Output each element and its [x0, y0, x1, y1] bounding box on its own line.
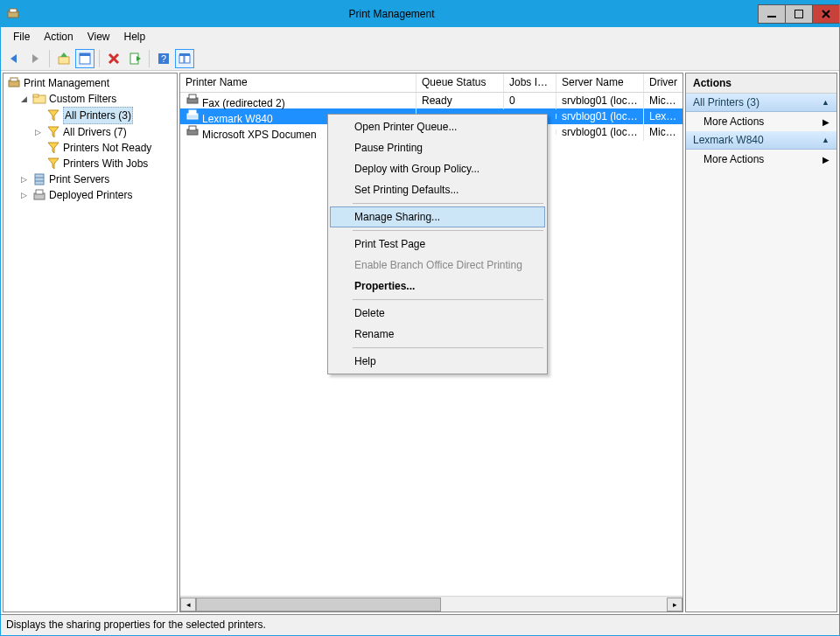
menu-separator	[353, 203, 543, 204]
menu-set-defaults[interactable]: Set Printing Defaults...	[330, 179, 545, 200]
statusbar: Displays the sharing properties for the …	[1, 614, 839, 635]
menu-print-test-page[interactable]: Print Test Page	[330, 234, 545, 255]
menu-separator	[353, 230, 543, 231]
tree-printers-with-jobs[interactable]: Printers With Jobs	[33, 156, 177, 171]
svg-rect-33	[36, 190, 43, 194]
filter-icon	[46, 125, 60, 139]
tree-printers-not-ready[interactable]: Printers Not Ready	[33, 140, 177, 156]
actions-more-label: More Actions	[704, 115, 764, 128]
tree-all-drivers[interactable]: ▷ All Drivers (7)	[33, 124, 177, 140]
show-hide-button[interactable]	[175, 49, 194, 68]
printer-icon	[186, 124, 200, 138]
toolbar: ?	[1, 46, 839, 71]
grid-header: Printer Name Queue Status Jobs In ... Se…	[180, 73, 682, 93]
menu-open-queue[interactable]: Open Printer Queue...	[330, 116, 545, 137]
print-management-icon	[7, 76, 21, 90]
menu-help[interactable]: Help	[330, 351, 545, 372]
menu-action[interactable]: Action	[37, 29, 80, 45]
minimize-button[interactable]	[758, 4, 786, 24]
column-server-name[interactable]: Server Name	[556, 73, 644, 92]
menu-pause-printing[interactable]: Pause Printing	[330, 137, 545, 158]
refresh-button[interactable]	[125, 49, 144, 68]
svg-marker-9	[60, 52, 67, 57]
scroll-track[interactable]	[196, 598, 667, 612]
horizontal-scrollbar[interactable]: ◂ ▸	[180, 596, 682, 612]
tree-pane[interactable]: Print Management ◢ Custom Filters	[3, 73, 178, 612]
svg-rect-29	[35, 174, 44, 185]
menu-view[interactable]: View	[80, 29, 117, 45]
close-button[interactable]	[812, 4, 840, 24]
up-button[interactable]	[54, 49, 74, 68]
svg-rect-18	[179, 55, 184, 63]
menubar: File Action View Help	[1, 27, 839, 46]
menu-file[interactable]: File	[6, 29, 37, 45]
tree-root[interactable]: Print Management	[5, 75, 177, 91]
tree-deployed-printers-label: Deployed Printers	[49, 187, 132, 203]
tree-printers-not-ready-label: Printers Not Ready	[63, 140, 151, 156]
forward-button[interactable]	[25, 49, 45, 68]
menu-help[interactable]: Help	[117, 29, 153, 45]
tree-root-label: Print Management	[24, 75, 109, 91]
menu-delete[interactable]: Delete	[330, 303, 545, 324]
submenu-icon: ▶	[822, 117, 830, 127]
cell-jobs: 0	[504, 93, 556, 109]
svg-rect-37	[189, 110, 196, 115]
menu-properties[interactable]: Properties...	[330, 276, 545, 297]
actions-section-printer[interactable]: Lexmark W840 ▲	[686, 131, 836, 150]
cell-driver: Micros	[644, 123, 682, 141]
menu-rename[interactable]: Rename	[330, 324, 545, 345]
properties-button[interactable]	[75, 49, 94, 68]
menu-manage-sharing[interactable]: Manage Sharing...	[330, 206, 545, 227]
svg-rect-22	[10, 78, 18, 81]
svg-marker-26	[48, 127, 59, 137]
svg-rect-35	[189, 94, 196, 99]
printer-icon	[186, 93, 200, 107]
menu-separator	[353, 299, 543, 300]
folder-icon	[32, 92, 46, 106]
back-button[interactable]	[4, 49, 24, 68]
maximize-button[interactable]	[785, 4, 813, 24]
cell-server: srvblog01 (local)	[556, 123, 644, 141]
tree-printers-with-jobs-label: Printers With Jobs	[63, 156, 148, 171]
svg-rect-1	[10, 9, 17, 12]
expand-icon[interactable]: ▷	[35, 124, 44, 140]
svg-rect-19	[185, 55, 190, 63]
tree-print-servers-label: Print Servers	[49, 171, 109, 187]
actions-more-1[interactable]: More Actions ▶	[686, 112, 836, 131]
menu-deploy-group-policy[interactable]: Deploy with Group Policy...	[330, 158, 545, 179]
collapse-icon[interactable]: ◢	[21, 91, 30, 107]
expand-icon[interactable]: ▷	[21, 171, 30, 187]
scroll-thumb[interactable]	[196, 598, 441, 612]
menu-separator	[353, 347, 543, 348]
cell-driver: Lexma	[644, 108, 682, 125]
titlebar: Print Management	[1, 1, 839, 27]
expand-icon[interactable]: ▷	[21, 187, 30, 203]
column-driver[interactable]: Driver	[644, 73, 682, 92]
filter-icon	[46, 108, 60, 122]
tree-all-printers[interactable]: All Printers (3)	[33, 107, 177, 124]
delete-button[interactable]	[104, 49, 123, 68]
column-printer-name[interactable]: Printer Name	[180, 73, 416, 92]
column-queue-status[interactable]: Queue Status	[416, 73, 504, 92]
tree-custom-filters[interactable]: ◢ Custom Filters	[19, 91, 177, 107]
deployed-printers-icon	[32, 188, 46, 202]
scroll-right-button[interactable]: ▸	[667, 598, 682, 612]
svg-rect-20	[179, 53, 190, 56]
actions-section-all-printers[interactable]: All Printers (3) ▲	[686, 94, 836, 112]
actions-section-label: All Printers (3)	[693, 96, 760, 108]
actions-more-2[interactable]: More Actions ▶	[686, 150, 836, 169]
scroll-left-button[interactable]: ◂	[180, 598, 196, 612]
help-button[interactable]: ?	[154, 49, 173, 68]
collapse-icon[interactable]: ▲	[822, 98, 830, 107]
svg-marker-6	[10, 54, 17, 63]
server-icon	[32, 172, 46, 186]
actions-pane: Actions All Printers (3) ▲ More Actions …	[685, 73, 837, 612]
column-jobs[interactable]: Jobs In ...	[504, 73, 556, 92]
tree-print-servers[interactable]: ▷ Print Servers	[19, 171, 177, 187]
tree-custom-filters-label: Custom Filters	[49, 91, 116, 107]
tree-deployed-printers[interactable]: ▷ Deployed Printers	[19, 187, 177, 203]
actions-title: Actions	[686, 73, 836, 94]
collapse-icon[interactable]: ▲	[822, 136, 830, 144]
svg-rect-2	[767, 16, 776, 17]
filter-icon	[46, 141, 60, 155]
